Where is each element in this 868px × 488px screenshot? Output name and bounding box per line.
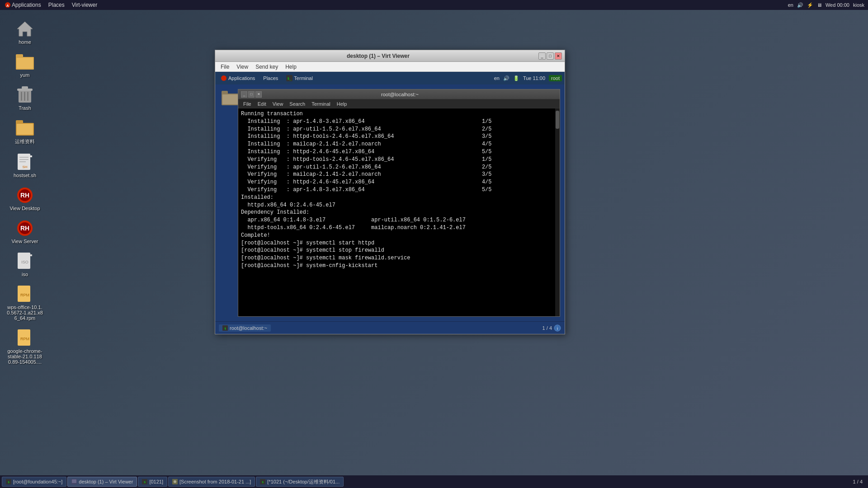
desktop-icon-wps[interactable]: RPM wps-office-10.1.0.5672-1.a21.x86_64.… [5,283,45,323]
terminal-maximize[interactable]: □ [248,91,255,98]
iso-label: iso [22,272,28,277]
svg-rect-9 [24,92,25,101]
vm-page-icon: i [554,324,561,332]
vm-places-menu[interactable]: Places [260,75,281,82]
desktop-icon-view-desktop[interactable]: RH View Desktop [5,184,45,213]
minimize-button[interactable]: _ [538,52,546,60]
yum-folder-icon [16,53,34,71]
taskbar-page-indicator: 1 / 4 [853,479,866,484]
svg-rect-15 [17,124,33,135]
taskbar-virt-label: desktop (1) – Virt Viewer [79,479,133,484]
terminal-edit-menu[interactable]: Edit [255,101,269,107]
host-time: Wed 00:00 [826,2,849,8]
terminal-line: Verifying : httpd-2.4.6-45.el7.x86_64 4/… [241,178,557,186]
virt-viewer-menubar: File View Send key Help [215,62,565,72]
taskbar-terminal-icon-5: $ [260,479,265,484]
terminal-line: Installing : apr-1.4.8-3.el7.x86_64 1/5 [241,118,557,126]
terminal-controls: _ □ ✕ [241,91,262,98]
taskbar-root-terminal[interactable]: $ [root@foundation45:~] [2,477,66,487]
host-user: kiosk [853,2,864,8]
terminal-scrollbar[interactable] [555,108,560,316]
taskbar-t1021[interactable]: $ [*1021 (~/Desktop/运维资料/01... [256,477,344,487]
vm-content: _ □ ✕ root@localhost:~ File Edit View Se… [215,84,565,321]
virt-view-menu[interactable]: View [234,63,251,71]
taskbar-screenshot[interactable]: [Screenshot from 2018-01-21 ...] [168,477,255,487]
vm-taskbar-terminal-app[interactable]: $ root@localhost:~ [219,324,271,332]
terminal-search-menu[interactable]: Search [287,101,307,107]
vm-terminal-app[interactable]: $_ Terminal [283,74,316,82]
terminal-terminal-menu[interactable]: Terminal [309,101,333,107]
terminal-line: [root@localhost ~]# systemctl stop firew… [241,247,557,254]
virt-sendkey-menu[interactable]: Send key [253,63,281,71]
taskbar-camera-icon [172,479,178,484]
close-button[interactable]: ✕ [555,52,562,60]
svg-rect-14 [16,120,23,124]
iso-icon: ISO [16,252,34,270]
taskbar-virt-viewer[interactable]: desktop (1) – Virt Viewer [67,477,137,487]
vm-user: root [549,75,562,81]
host-taskbar: A Applications Places Virt-viewer en 🔊 ⚡… [0,0,868,10]
svg-text:$: $ [262,480,264,483]
svg-rect-29 [30,254,32,256]
host-bottom-taskbar: $ [root@foundation45:~] desktop (1) – Vi… [0,475,868,488]
terminal-line: [root@localhost ~]# systemctl start http… [241,239,557,247]
hostset-label: hostset.sh [14,173,36,178]
applications-label: Applications [12,2,41,8]
terminal-help-menu[interactable]: Help [335,101,349,107]
taskbar-terminal-icon-3: $ [142,479,147,484]
terminal-line: httpd-tools.x86_64 0:2.4.6-45.el7 mailca… [241,224,557,232]
host-virt-viewer-menu[interactable]: Virt-viewer [69,1,100,9]
yunwei-label: 运维资料 [15,138,35,145]
svg-text:$_: $_ [288,77,292,80]
svg-text:RH: RH [20,192,29,199]
desktop-icon-trash[interactable]: Trash [5,84,45,113]
taskbar-t1021-label: [*1021 (~/Desktop/运维资料/01... [267,479,340,485]
host-lang: en [788,2,793,8]
desktop-icon-chrome[interactable]: RPM google-chrome-stable-21.0.1180.89-15… [5,327,45,366]
taskbar-page: 1 / 4 [853,479,863,484]
terminal-minimize[interactable]: _ [241,91,247,98]
terminal-line: Verifying : mailcap-2.1.41-2.el7.noarch … [241,171,557,178]
vm-taskbar-left: Applications Places $_ Terminal [218,74,316,82]
terminal-line: Verifying : apr-util-1.5.2-6.el7.x86_64 … [241,164,557,171]
vm-taskbar-terminal-label: root@localhost:~ [230,325,267,331]
svg-rect-39 [222,91,228,94]
taskbar-t0121[interactable]: $ [0121] [138,477,167,487]
desktop-icon-iso[interactable]: ISO iso [5,250,45,279]
host-applications-menu[interactable]: A Applications [2,1,44,9]
terminal-line: Installing : apr-util-1.5.2-6.el7.x86_64… [241,126,557,133]
terminal-line: httpd.x86_64 0:2.4.6-45.el7 [241,202,557,209]
terminal-file-menu[interactable]: File [241,101,254,107]
view-desktop-icon: RH [16,186,34,204]
svg-marker-2 [17,22,33,36]
terminal-body[interactable]: Running transaction Installing : apr-1.4… [238,108,560,316]
yum-label: yum [20,72,30,78]
view-server-label: View Server [11,239,38,244]
places-label: Places [48,2,65,8]
hostset-icon: SH [16,153,34,171]
desktop-icon-yunwei[interactable]: 运维资料 [5,117,45,147]
terminal-view-menu[interactable]: View [270,101,286,107]
svg-text:$: $ [224,327,226,330]
terminal-close[interactable]: ✕ [255,91,262,98]
virt-help-menu[interactable]: Help [283,63,299,71]
host-places-menu[interactable]: Places [46,1,67,9]
desktop-icons-area: home yum [0,14,50,375]
desktop-icon-hostset[interactable]: SH hostset.sh [5,151,45,180]
home-label: home [19,39,31,45]
desktop-icon-home[interactable]: home [5,18,45,47]
virt-viewer-window: desktop (1) – Virt Viewer _ □ ✕ File Vie… [215,50,565,334]
vm-terminal-icon: $_ [286,75,292,81]
terminal-window: _ □ ✕ root@localhost:~ File Edit View Se… [238,89,560,317]
terminal-line: Installing : mailcap-2.1.41-2.el7.noarch… [241,141,557,148]
virt-viewer-titlebar: desktop (1) – Virt Viewer _ □ ✕ [215,50,565,62]
desktop-icon-view-server[interactable]: RH View Server [5,217,45,246]
vm-taskbar-right: en 🔊 🔋 Tue 11:00 root [494,75,562,81]
vm-time: Tue 11:00 [523,75,545,81]
vm-page-indicator: 1 / 4 i [542,324,561,332]
terminal-line: [root@localhost ~]# system-cnfig-kicksta… [241,262,557,270]
virt-file-menu[interactable]: File [218,63,232,71]
vm-applications-menu[interactable]: Applications [218,74,258,82]
maximize-button[interactable]: □ [547,52,554,60]
desktop-icon-yum[interactable]: yum [5,51,45,80]
